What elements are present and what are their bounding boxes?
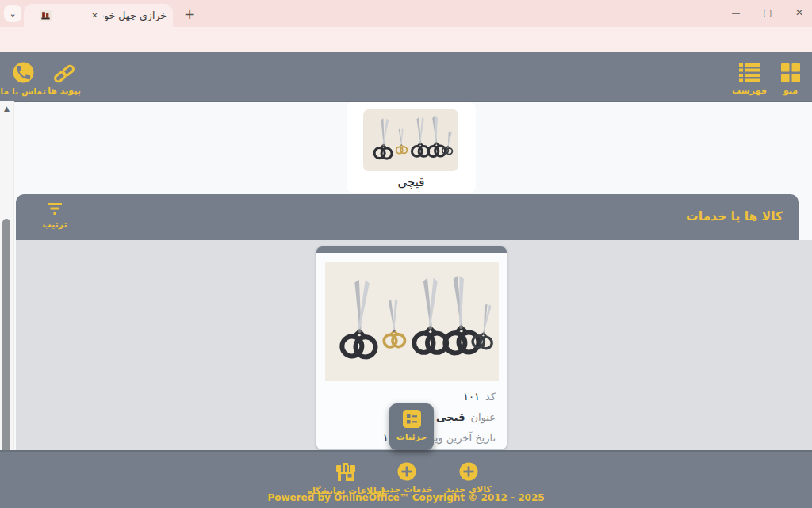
product-code-value: ۱۰۱ [463,391,480,403]
grid-icon [781,63,800,82]
storefront-icon [335,463,357,482]
tab-favicon [40,10,52,21]
product-card-top-bar [316,246,507,253]
copyright-footer: Powered by OnlineOffice™ Copyright © 201… [0,492,812,503]
nav-links-button[interactable]: پیوند ها [44,63,84,96]
nav-menu-label: منو [783,86,798,96]
phone-icon [13,62,34,83]
window-close-button[interactable]: ✕ [790,3,809,22]
category-card[interactable]: قیچی [347,102,476,193]
section-title: کالا ها یا خدمات [686,209,783,223]
product-code-label: کد [485,391,496,403]
browser-tab[interactable]: ✕ خرازی چهل خوشه [24,4,173,27]
nav-menu-button[interactable]: منو [774,63,807,96]
nav-links-label: پیوند ها [48,86,81,96]
browser-toolbar: ← → ↻ 40khoushe.hamsayab.com/SCM/Product… [0,27,812,52]
plus-circle-icon [397,462,416,481]
details-label: جزئیات [396,432,427,442]
details-form-icon [403,410,421,428]
list-icon [739,63,760,82]
window-minimize-button[interactable]: — [726,3,745,22]
product-card[interactable]: کد ۱۰۱ عنوان قیچی دالبر تاریخ آخرین ویرا… [316,246,508,450]
link-chain-icon [52,63,76,84]
products-section-header: ترتیب کالا ها یا خدمات [16,194,799,240]
filter-icon [48,203,62,216]
new-tab-button[interactable]: + [181,6,198,23]
category-title: قیچی [347,175,476,189]
product-code-row: کد ۱۰۱ [463,391,496,403]
details-button[interactable]: جزئیات [389,403,434,450]
new-product-button[interactable]: کالای جدید [435,462,503,495]
category-image [363,109,458,171]
tab-close-icon[interactable]: ✕ [89,10,101,21]
browser-window: ⌄ ✕ خرازی چهل خوشه + — ▢ ✕ ← → ↻ [0,0,812,508]
tab-title: خرازی چهل خوشه [103,10,167,21]
sort-label: ترتیب [42,220,67,230]
window-maximize-button[interactable]: ▢ [758,3,777,22]
page-scrollbar[interactable]: ▲ [0,101,14,450]
nav-index-button[interactable]: فهرست [728,63,771,96]
new-service-button[interactable]: خدمات جدید [371,462,442,495]
scroll-up-arrow-icon[interactable]: ▲ [0,103,13,114]
nav-contact-label: تماس با ما [0,86,46,97]
nav-contact-button[interactable]: تماس با ما [2,62,44,97]
plus-circle-icon [459,462,478,481]
tab-search-chevron-icon[interactable]: ⌄ [4,5,21,22]
product-name-label: عنوان [470,411,496,423]
site-navbar: تماس با ما پیوند ها [0,52,812,102]
nav-index-label: فهرست [732,86,767,96]
product-image [325,262,499,381]
sort-button[interactable]: ترتیب [36,203,73,230]
browser-titlebar: ⌄ ✕ خرازی چهل خوشه + — ▢ ✕ [0,0,812,27]
